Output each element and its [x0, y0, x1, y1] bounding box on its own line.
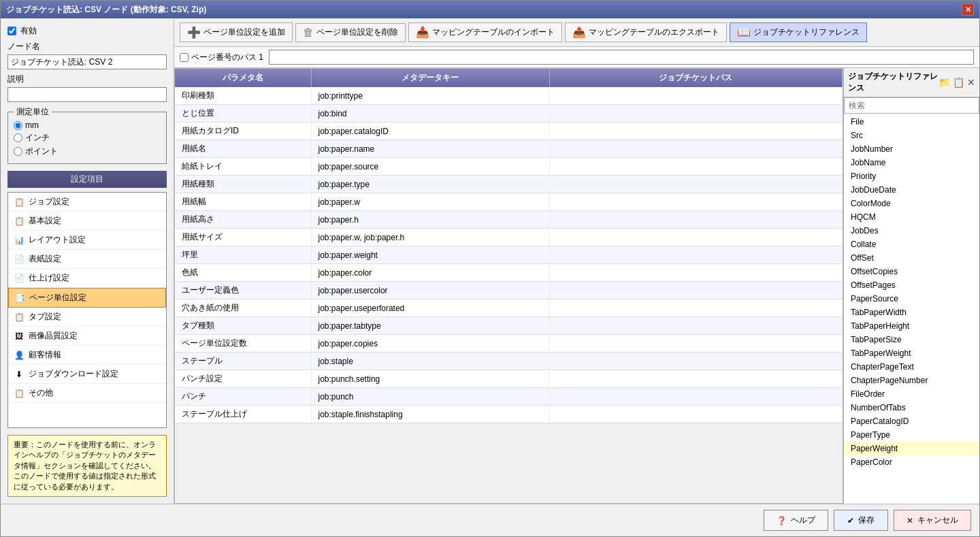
cancel-button[interactable]: ✕ キャンセル: [894, 510, 971, 531]
settings-item-other[interactable]: 📋 その他: [8, 384, 166, 403]
ref-item[interactable]: NumberOfTabs: [844, 401, 979, 414]
help-button[interactable]: ❓ ヘルプ: [764, 510, 828, 531]
image-settings-icon: 🖼: [14, 331, 24, 342]
table-row[interactable]: 用紙種類 job:paper.type: [175, 176, 843, 193]
ref-item[interactable]: TabPaperSize: [844, 333, 979, 346]
cover-settings-icon: 📄: [14, 254, 24, 265]
ref-item[interactable]: OffsetCopies: [844, 265, 979, 278]
table-row[interactable]: 坪里 job:paper.weight: [175, 246, 843, 264]
ref-copy-icon[interactable]: 📋: [953, 77, 964, 88]
ref-item[interactable]: PaperType: [844, 428, 979, 442]
add-page-button[interactable]: ➕ ページ単位設定を追加: [180, 22, 293, 42]
page-num-input[interactable]: [269, 50, 974, 65]
export-mapping-button[interactable]: 📤 マッピングテーブルのエクスポート: [565, 22, 727, 42]
table-ref-container: パラメタ名 メタデータキー ジョブチケットパス 印刷種類 job:printty…: [174, 68, 979, 504]
table-row[interactable]: 用紙名 job:paper.name: [175, 140, 843, 158]
ref-item[interactable]: TabPaperWeight: [844, 346, 979, 360]
table-row[interactable]: タブ種類 job:paper.tabtype: [175, 317, 843, 335]
table-row[interactable]: 給紙トレイ job:paper.source: [175, 158, 843, 176]
help-icon: ❓: [777, 516, 787, 525]
warning-box: 重要：このノードを使用する前に、オンラインヘルプの「ジョブチケットのメタデータ情…: [7, 435, 167, 497]
settings-item-tab[interactable]: 📋 タブ設定: [8, 308, 166, 327]
table-row[interactable]: 用紙幅 job:paper.w: [175, 193, 843, 211]
ref-item[interactable]: FileOrder: [844, 387, 979, 401]
table-container[interactable]: パラメタ名 メタデータキー ジョブチケットパス 印刷種類 job:printty…: [174, 68, 843, 504]
ref-folder-icon[interactable]: 📁: [938, 77, 950, 88]
unit-inch-radio[interactable]: [14, 133, 22, 142]
settings-item-page[interactable]: 📑 ページ単位設定: [8, 288, 166, 308]
settings-item-customer[interactable]: 👤 顧客情報: [8, 346, 166, 365]
table-row[interactable]: 用紙高さ job:paper.h: [175, 211, 843, 229]
table-row[interactable]: 用紙サイズ job:paper.w, job:paper.h: [175, 229, 843, 246]
meta-cell: job:staple: [311, 353, 549, 370]
ref-search-input[interactable]: [844, 97, 979, 114]
settings-item-finish[interactable]: 📄 仕上げ設定: [8, 269, 166, 288]
unit-point-radio[interactable]: [14, 147, 22, 156]
ref-item[interactable]: ColorMode: [844, 197, 979, 210]
job-cell: [549, 388, 843, 406]
settings-item-image[interactable]: 🖼 画像品質設定: [8, 327, 166, 346]
valid-checkbox[interactable]: [7, 27, 16, 35]
description-input[interactable]: [7, 87, 167, 102]
ref-item[interactable]: OffsetPages: [844, 278, 979, 292]
param-cell: パンチ設定: [175, 370, 311, 388]
import-icon: 📥: [416, 26, 429, 39]
ref-item[interactable]: PaperSource: [844, 292, 979, 306]
ref-item[interactable]: HQCM: [844, 210, 979, 224]
table-row[interactable]: 印刷種類 job:printtype: [175, 87, 843, 105]
job-cell: [549, 229, 843, 246]
table-row[interactable]: ページ単位設定数 job:paper.copies: [175, 335, 843, 353]
table-row[interactable]: パンチ job:punch: [175, 388, 843, 406]
ref-item[interactable]: PaperWeight: [844, 442, 979, 455]
unit-mm-radio[interactable]: [14, 121, 22, 130]
settings-item-basic[interactable]: 📋 基本設定: [8, 212, 166, 231]
table-row[interactable]: 色紙 job:paper.color: [175, 264, 843, 282]
ref-item[interactable]: PaperCatalogID: [844, 414, 979, 428]
ref-item[interactable]: JobDes: [844, 224, 979, 238]
param-cell: ページ単位設定数: [175, 335, 311, 353]
ref-item[interactable]: JobName: [844, 156, 979, 169]
settings-list: 📋 ジョブ設定 📋 基本設定 📊 レイアウト設定 📄 表紙設定 📄: [7, 192, 167, 428]
table-row[interactable]: ステープル job:staple: [175, 353, 843, 370]
job-cell: [549, 299, 843, 317]
ref-item[interactable]: TabPaperWidth: [844, 306, 979, 319]
param-cell: 色紙: [175, 264, 311, 282]
settings-item-job[interactable]: 📋 ジョブ設定: [8, 193, 166, 212]
table-row[interactable]: とじ位置 job:bind: [175, 105, 843, 123]
ref-item[interactable]: JobDueDate: [844, 183, 979, 197]
job-cell: [549, 317, 843, 335]
table-row[interactable]: 用紙カタログID job:paper.catalogID: [175, 123, 843, 140]
page-num-checkbox[interactable]: [180, 53, 189, 62]
ref-item[interactable]: JobNumber: [844, 142, 979, 156]
ref-item[interactable]: TabPaperHeight: [844, 319, 979, 333]
description-label: 説明: [7, 74, 167, 85]
ref-item[interactable]: ChapterPageText: [844, 360, 979, 374]
settings-item-cover[interactable]: 📄 表紙設定: [8, 250, 166, 269]
settings-item-download[interactable]: ⬇ ジョブダウンロード設定: [8, 365, 166, 384]
ref-item[interactable]: ChapterPageNumber: [844, 374, 979, 387]
table-row[interactable]: 穴あき紙の使用 job:paper.useperforated: [175, 299, 843, 317]
table-row[interactable]: ステープル仕上げ job:staple.finishstapling: [175, 406, 843, 423]
job-cell: [549, 282, 843, 299]
job-cell: [549, 158, 843, 176]
warning-text: 重要：このノードを使用する前に、オンラインヘルプの「ジョブチケットのメタデータ情…: [14, 440, 156, 491]
node-name-input[interactable]: [7, 54, 167, 69]
ref-item[interactable]: File: [844, 115, 979, 129]
ref-item[interactable]: Collate: [844, 238, 979, 251]
reference-button[interactable]: 📖 ジョブチケットリファレンス: [730, 22, 867, 42]
ref-item[interactable]: Priority: [844, 169, 979, 183]
settings-item-layout[interactable]: 📊 レイアウト設定: [8, 231, 166, 250]
ref-close-icon[interactable]: ✕: [967, 77, 975, 88]
delete-page-button[interactable]: 🗑 ページ単位設定を削除: [295, 23, 406, 42]
main-window: ジョブチケット読込: CSV ノード (動作対象: CSV, Zip) ✕ 有効…: [0, 0, 980, 537]
save-button[interactable]: ✔ 保存: [834, 510, 888, 531]
ref-item[interactable]: PaperColor: [844, 455, 979, 469]
import-mapping-button[interactable]: 📥 マッピングテーブルのインポート: [408, 22, 562, 42]
table-row[interactable]: ユーザー定義色 job:paper.usercolor: [175, 282, 843, 299]
ref-item[interactable]: Src: [844, 129, 979, 142]
table-row[interactable]: パンチ設定 job:punch.setting: [175, 370, 843, 388]
window-close-button[interactable]: ✕: [962, 3, 974, 16]
ref-item[interactable]: OffSet: [844, 251, 979, 265]
header-meta: メタデータキー: [311, 69, 549, 87]
meta-cell: job:paper.type: [311, 176, 549, 193]
